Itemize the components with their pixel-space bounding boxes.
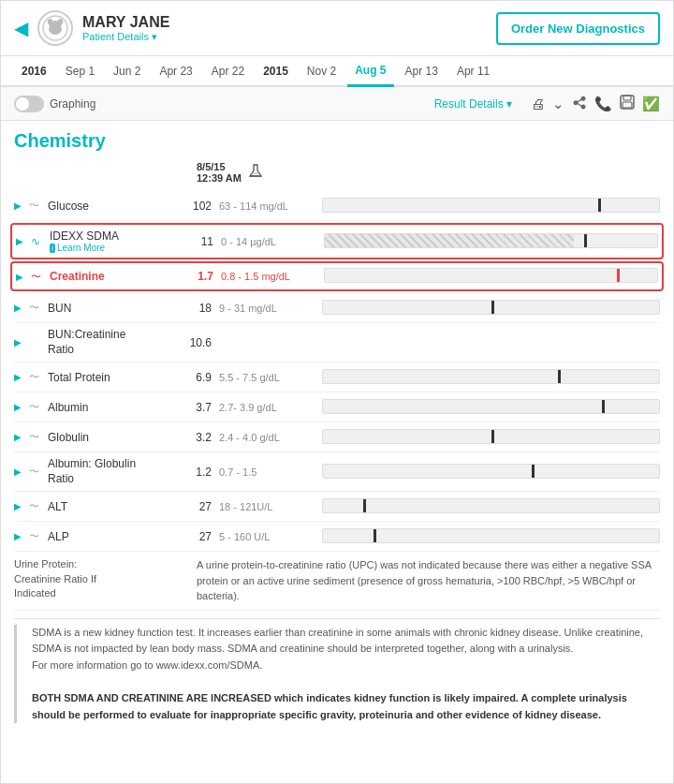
check-circle-icon[interactable]: ✅ <box>642 96 660 112</box>
back-button[interactable]: ◀ <box>14 17 28 39</box>
test-range-alp: 5 - 160 U/L <box>219 531 322 542</box>
creatinine-icon: 〜 <box>31 270 50 284</box>
expand-albumin[interactable]: ▶ <box>14 402 29 412</box>
test-bar-albumin <box>322 399 660 416</box>
graphing-toggle[interactable]: Graphing <box>14 96 95 112</box>
test-row-alp: ▶ 〜 ALP 27 5 - 160 U/L <box>14 522 660 552</box>
test-name-alt: ALT <box>48 500 169 513</box>
expand-creatinine[interactable]: ▶ <box>16 272 31 282</box>
column-header: 8/5/15 12:39 AM <box>14 157 660 187</box>
test-bar-alp <box>322 528 660 545</box>
graphing-label: Graphing <box>50 97 95 111</box>
sdma-note-bar <box>14 625 17 724</box>
sdma-note-section: SDMA is a new kidney function test. It i… <box>14 618 660 730</box>
test-name-bun-ratio: BUN:CreatinineRatio <box>48 328 169 357</box>
result-details-dropdown[interactable]: Result Details ▾ <box>434 97 512 111</box>
test-row-creatinine: ▶ 〜 Creatinine 1.7 0.8 - 1.5 mg/dL <box>10 261 664 291</box>
chevron-down-icon[interactable]: ⌄ <box>552 96 564 112</box>
sdma-name-block: IDEXX SDMA i Learn More <box>50 229 171 253</box>
toolbar: Graphing Result Details ▾ 🖨 ⌄ 📞 ✅ <box>1 87 673 121</box>
learn-more-link[interactable]: i Learn More <box>50 243 171 253</box>
order-diagnostics-button[interactable]: Order New Diagnostics <box>496 12 660 45</box>
result-time: 12:39 AM <box>197 172 242 184</box>
test-row-albumin: ▶ 〜 Albumin 3.7 2.7- 3.9 g/dL <box>14 392 660 422</box>
test-row-bun: ▶ 〜 BUN 18 9 - 31 mg/dL <box>14 293 660 323</box>
date-tab-apr22[interactable]: Apr 22 <box>204 57 252 85</box>
test-row-globulin: ▶ 〜 Globulin 3.2 2.4 - 4.0 g/dL <box>14 422 660 452</box>
test-name-bun: BUN <box>48 302 169 315</box>
date-tab-nov2[interactable]: Nov 2 <box>300 57 344 85</box>
test-value-creatinine: 1.7 <box>171 270 213 283</box>
expand-alt[interactable]: ▶ <box>14 501 29 511</box>
save-icon[interactable] <box>620 95 635 112</box>
wave-icon-glucose: 〜 <box>29 199 48 213</box>
test-value-sdma: 11 <box>171 235 213 248</box>
test-name-glucose: Glucose <box>48 200 169 213</box>
date-tab-apr23[interactable]: Apr 23 <box>152 57 199 85</box>
upc-note-text: A urine protein-to-creatinine ratio (UPC… <box>197 557 660 604</box>
learn-more-label: Learn More <box>57 243 105 253</box>
test-value-glucose: 102 <box>169 200 212 213</box>
share-icon[interactable] <box>572 95 587 112</box>
test-name-ag-ratio: Albumin: GlobulinRatio <box>48 457 169 486</box>
test-name-globulin: Globulin <box>48 431 169 444</box>
date-tab-apr13[interactable]: Apr 13 <box>398 57 446 85</box>
flask-icon <box>247 163 264 183</box>
section-title: Chemistry <box>14 130 660 152</box>
test-range-ag-ratio: 0.7 - 1.5 <box>219 466 322 478</box>
expand-total-protein[interactable]: ▶ <box>14 372 29 382</box>
test-bar-glucose <box>322 198 660 214</box>
patient-avatar <box>37 10 73 46</box>
test-value-total-protein: 6.9 <box>169 371 212 384</box>
test-range-albumin: 2.7- 3.9 g/dL <box>219 402 322 413</box>
date-tab-jun2[interactable]: Jun 2 <box>106 57 148 85</box>
test-range-alt: 18 - 121U/L <box>219 501 322 512</box>
test-bar-bun-ratio <box>322 334 660 351</box>
wave-icon-alt: 〜 <box>29 499 48 513</box>
wave-icon-total-protein: 〜 <box>29 370 48 384</box>
expand-sdma[interactable]: ▶ <box>16 236 31 246</box>
test-range-total-protein: 5.5 - 7.5 g/dL <box>219 372 322 383</box>
test-bar-bun <box>322 300 660 317</box>
expand-ag-ratio[interactable]: ▶ <box>14 466 29 477</box>
print-icon[interactable]: 🖨 <box>531 96 545 111</box>
patient-details-link[interactable]: Patient Details ▾ <box>82 31 496 43</box>
test-row-total-protein: ▶ 〜 Total Protein 6.9 5.5 - 7.5 g/dL <box>14 362 660 392</box>
sdma-note-content: SDMA is a new kidney function test. It i… <box>32 625 660 724</box>
date-tab-aug5[interactable]: Aug 5 <box>347 56 393 87</box>
expand-bun-ratio[interactable]: ▶ <box>14 337 29 348</box>
expand-glucose[interactable]: ▶ <box>14 200 29 211</box>
date-tabs-bar: 2016 Sep 1 Jun 2 Apr 23 Apr 22 2015 Nov … <box>1 56 673 87</box>
phone-icon[interactable]: 📞 <box>594 96 612 112</box>
test-name-albumin: Albumin <box>48 401 169 414</box>
test-value-alt: 27 <box>169 500 212 513</box>
wave-icon-ag-ratio: 〜 <box>29 465 48 479</box>
test-range-globulin: 2.4 - 4.0 g/dL <box>219 432 322 443</box>
expand-bun[interactable]: ▶ <box>14 303 29 313</box>
test-range-sdma: 0 - 14 µg/dL <box>221 236 324 247</box>
test-bar-total-protein <box>322 369 660 386</box>
test-row-glucose: ▶ 〜 Glucose 102 63 - 114 mg/dL <box>14 191 660 221</box>
sdma-note-text: SDMA is a new kidney function test. It i… <box>32 625 660 674</box>
test-value-globulin: 3.2 <box>169 431 212 444</box>
test-bar-creatinine <box>324 268 658 285</box>
test-value-albumin: 3.7 <box>169 401 212 414</box>
test-row-bun-ratio: ▶ BUN:CreatinineRatio 10.6 <box>14 323 660 362</box>
test-row-alt: ▶ 〜 ALT 27 18 - 121U/L <box>14 492 660 522</box>
date-tab-apr11[interactable]: Apr 11 <box>449 57 497 85</box>
test-range-bun: 9 - 31 mg/dL <box>219 303 322 314</box>
expand-alp[interactable]: ▶ <box>14 531 29 541</box>
test-bar-ag-ratio <box>322 464 660 481</box>
learn-more-icon: i <box>50 244 55 253</box>
test-bar-globulin <box>322 429 660 446</box>
date-tab-sep1[interactable]: Sep 1 <box>58 57 102 85</box>
test-row-sdma: ▶ ∿ IDEXX SDMA i Learn More 11 0 - 14 µg… <box>10 223 664 259</box>
date-tab-2016[interactable]: 2016 <box>14 57 54 85</box>
date-tab-2015[interactable]: 2015 <box>256 57 296 85</box>
test-name-alp: ALP <box>48 530 169 543</box>
result-date: 8/5/15 <box>197 161 242 172</box>
test-value-alp: 27 <box>169 530 212 543</box>
expand-globulin[interactable]: ▶ <box>14 432 29 442</box>
test-range-glucose: 63 - 114 mg/dL <box>219 200 322 212</box>
sdma-icon: ∿ <box>31 235 50 248</box>
